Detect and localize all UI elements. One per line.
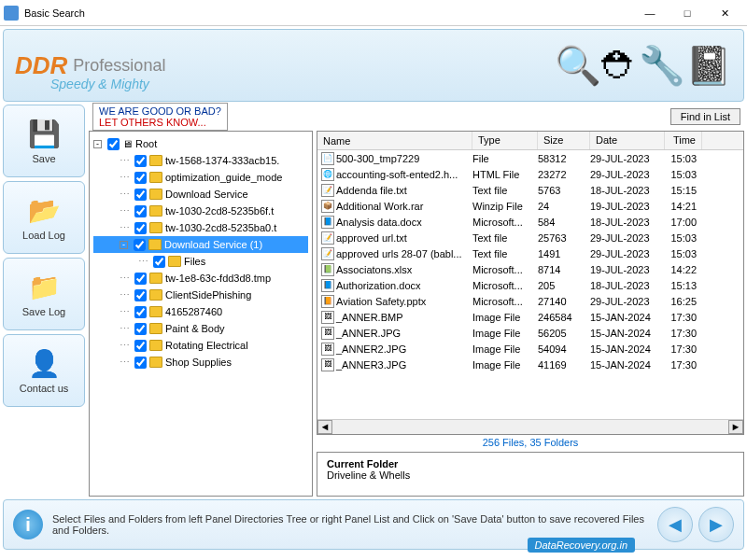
folder-icon bbox=[149, 273, 162, 284]
file-time: 15:03 bbox=[665, 153, 702, 164]
tree-item[interactable]: ⋯Shop Supplies bbox=[93, 354, 308, 371]
folder-icon bbox=[149, 323, 162, 334]
tree-checkbox[interactable] bbox=[134, 205, 147, 217]
col-time[interactable]: Time bbox=[665, 132, 702, 149]
tree-checkbox[interactable] bbox=[134, 273, 147, 285]
tree-item[interactable]: ⋯4165287460 bbox=[93, 303, 308, 320]
tree-line: ⋯ bbox=[120, 357, 130, 369]
file-row[interactable]: 🖼_ANNER.BMPImage File24658415-JAN-202417… bbox=[317, 309, 743, 325]
tree-item[interactable]: -Download Service (1) bbox=[93, 236, 308, 253]
tree-item[interactable]: ⋯tw-1030-2cd8-5235ba0.t bbox=[93, 219, 308, 236]
file-row[interactable]: 📗Associatons.xlsxMicrosoft...871419-JUL-… bbox=[317, 261, 743, 277]
contact-icon: 👤 bbox=[28, 348, 61, 379]
file-row[interactable]: 📘Analysis data.docxMicrosoft...58418-JUL… bbox=[317, 214, 743, 230]
tree-item[interactable]: ⋯tw-1568-1374-333acb15. bbox=[93, 152, 308, 169]
file-date: 15-JAN-2024 bbox=[590, 312, 665, 323]
close-button[interactable]: ✕ bbox=[706, 2, 743, 24]
minimize-button[interactable]: — bbox=[631, 2, 669, 24]
tree-item[interactable]: ⋯optimization_guide_mode bbox=[93, 169, 308, 186]
find-in-list-button[interactable]: Find in List bbox=[670, 108, 740, 125]
tree-item[interactable]: ⋯Files bbox=[93, 253, 308, 270]
file-row[interactable]: 🖼_ANNER.JPGImage File5620515-JAN-202417:… bbox=[317, 325, 743, 341]
file-list-body[interactable]: 📄500-300_tmp7229File5831229-JUL-202315:0… bbox=[317, 150, 743, 419]
feedback-l2: LET OTHERS KNOW... bbox=[99, 117, 221, 128]
expand-icon[interactable]: - bbox=[120, 241, 128, 249]
tree-checkbox[interactable] bbox=[134, 289, 147, 301]
tree-checkbox[interactable] bbox=[134, 155, 147, 167]
file-row[interactable]: 🌐accounting-soft-ented2.h...HTML File232… bbox=[317, 166, 743, 182]
next-button[interactable]: ▶ bbox=[698, 507, 734, 542]
tree-checkbox[interactable] bbox=[134, 189, 147, 201]
footer-link[interactable]: DataRecovery.org.in bbox=[528, 538, 635, 553]
tree-item[interactable]: ⋯Download Service bbox=[93, 186, 308, 203]
feedback-banner[interactable]: WE ARE GOOD OR BAD? LET OTHERS KNOW... bbox=[92, 103, 228, 131]
h-scrollbar[interactable]: ◄ ► bbox=[317, 419, 743, 434]
file-row[interactable]: 📝Addenda file.txtText file576318-JUL-202… bbox=[317, 182, 743, 198]
tree-item-label: tw-1030-2cd8-5235b6f.t bbox=[165, 205, 274, 217]
file-name: Associatons.xlsx bbox=[336, 264, 412, 275]
scroll-track[interactable] bbox=[332, 420, 728, 434]
tree-checkbox[interactable] bbox=[153, 256, 165, 268]
scroll-left-icon[interactable]: ◄ bbox=[317, 420, 332, 434]
file-type: Text file bbox=[472, 248, 538, 259]
file-name: Addenda file.txt bbox=[336, 185, 407, 196]
tree-item[interactable]: ⋯tw-1030-2cd8-5235b6f.t bbox=[93, 203, 308, 219]
tree-line: ⋯ bbox=[120, 205, 130, 217]
tree-item-label: tw-1e8-63c-fdd3d8.tmp bbox=[165, 273, 271, 284]
tree-checkbox[interactable] bbox=[107, 138, 120, 150]
save-label: Save bbox=[32, 153, 55, 164]
file-list: Name Type Size Date Time 📄500-300_tmp722… bbox=[317, 131, 744, 435]
file-row[interactable]: 🖼_ANNER3.JPGImage File4116915-JAN-202417… bbox=[317, 357, 743, 372]
tree-checkbox[interactable] bbox=[134, 239, 146, 251]
tree-checkbox[interactable] bbox=[134, 172, 147, 184]
col-name[interactable]: Name bbox=[317, 132, 472, 149]
maximize-button[interactable]: □ bbox=[669, 2, 706, 24]
file-size: 58312 bbox=[538, 153, 590, 164]
file-size: 41169 bbox=[538, 359, 590, 371]
col-size[interactable]: Size bbox=[538, 132, 590, 149]
expand-icon[interactable]: - bbox=[93, 140, 102, 148]
file-summary: 256 Files, 35 Folders bbox=[317, 435, 744, 450]
file-row[interactable]: 📝approved urls 28-07 (babl...Text file14… bbox=[317, 245, 743, 261]
tree-item-label: tw-1568-1374-333acb15. bbox=[165, 155, 279, 166]
col-date[interactable]: Date bbox=[590, 132, 665, 149]
file-name: approved url.txt bbox=[336, 232, 407, 244]
file-row[interactable]: 📄500-300_tmp7229File5831229-JUL-202315:0… bbox=[317, 150, 743, 166]
tree-item[interactable]: ⋯Rotating Electrical bbox=[93, 337, 308, 354]
tree-item[interactable]: ⋯ClientSidePhishing bbox=[93, 287, 308, 303]
file-type: Microsoft... bbox=[472, 264, 538, 275]
contact-button[interactable]: 👤Contact us bbox=[3, 334, 85, 407]
tree-item[interactable]: ⋯Paint & Body bbox=[93, 320, 308, 337]
file-size: 27140 bbox=[538, 296, 590, 307]
scroll-right-icon[interactable]: ► bbox=[728, 420, 743, 434]
save-button[interactable]: 💾Save bbox=[3, 105, 85, 177]
file-row[interactable]: 📦Additional Work.rarWinzip File2419-JUL-… bbox=[317, 198, 743, 214]
tree-root[interactable]: - 🖥 Root bbox=[93, 135, 308, 152]
tree-checkbox[interactable] bbox=[134, 357, 147, 369]
file-row[interactable]: 📙Aviation Safety.pptxMicrosoft...2714029… bbox=[317, 293, 743, 309]
folder-tree[interactable]: - 🖥 Root ⋯tw-1568-1374-333acb15.⋯optimiz… bbox=[89, 131, 313, 497]
tree-checkbox[interactable] bbox=[134, 323, 147, 335]
file-date: 15-JAN-2024 bbox=[590, 343, 665, 355]
tree-item[interactable]: ⋯tw-1e8-63c-fdd3d8.tmp bbox=[93, 270, 308, 287]
tree-checkbox[interactable] bbox=[134, 306, 147, 318]
tree-checkbox[interactable] bbox=[134, 340, 147, 352]
file-type: Winzip File bbox=[472, 201, 538, 212]
col-type[interactable]: Type bbox=[472, 132, 538, 149]
folder-icon bbox=[168, 256, 181, 267]
file-name: Additional Work.rar bbox=[336, 201, 423, 212]
file-icon: 📄 bbox=[321, 152, 334, 165]
file-date: 18-JUL-2023 bbox=[590, 185, 665, 196]
file-row[interactable]: 📘Authorization.docxMicrosoft...20518-JUL… bbox=[317, 277, 743, 293]
folder-icon bbox=[149, 222, 162, 233]
load-log-button[interactable]: 📂Load Log bbox=[3, 181, 85, 254]
file-date: 15-JAN-2024 bbox=[590, 359, 665, 371]
folder-icon bbox=[149, 306, 162, 317]
file-row[interactable]: 📝approved url.txtText file2576329-JUL-20… bbox=[317, 230, 743, 245]
file-row[interactable]: 🖼_ANNER2.JPGImage File5409415-JAN-202417… bbox=[317, 341, 743, 357]
prev-button[interactable]: ◀ bbox=[657, 507, 693, 542]
tree-checkbox[interactable] bbox=[134, 222, 147, 234]
save-log-button[interactable]: 📁Save Log bbox=[3, 258, 85, 330]
file-type: Text file bbox=[472, 185, 538, 196]
tree-item-label: Download Service (1) bbox=[164, 239, 262, 250]
